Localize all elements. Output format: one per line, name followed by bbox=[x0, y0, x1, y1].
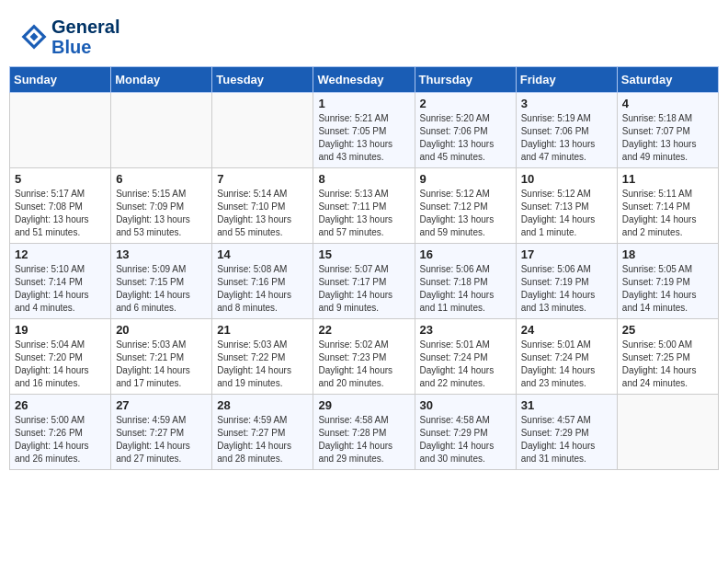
day-number: 9 bbox=[420, 172, 511, 186]
calendar-cell: 11Sunrise: 5:11 AM Sunset: 7:14 PM Dayli… bbox=[617, 168, 718, 244]
calendar-cell: 1Sunrise: 5:21 AM Sunset: 7:05 PM Daylig… bbox=[313, 93, 415, 168]
day-number: 10 bbox=[521, 172, 612, 186]
calendar-cell: 4Sunrise: 5:18 AM Sunset: 7:07 PM Daylig… bbox=[617, 93, 718, 168]
calendar-cell: 15Sunrise: 5:07 AM Sunset: 7:17 PM Dayli… bbox=[313, 244, 415, 319]
day-info: Sunrise: 5:01 AM Sunset: 7:24 PM Dayligh… bbox=[420, 339, 511, 390]
weekday-header-thursday: Thursday bbox=[415, 67, 516, 93]
weekday-header-row: SundayMondayTuesdayWednesdayThursdayFrid… bbox=[10, 67, 719, 93]
day-info: Sunrise: 5:02 AM Sunset: 7:23 PM Dayligh… bbox=[318, 339, 409, 390]
day-info: Sunrise: 5:13 AM Sunset: 7:11 PM Dayligh… bbox=[318, 188, 409, 239]
day-info: Sunrise: 5:04 AM Sunset: 7:20 PM Dayligh… bbox=[15, 339, 106, 390]
calendar-cell: 18Sunrise: 5:05 AM Sunset: 7:19 PM Dayli… bbox=[617, 244, 718, 319]
day-info: Sunrise: 5:11 AM Sunset: 7:14 PM Dayligh… bbox=[622, 188, 713, 239]
day-info: Sunrise: 5:10 AM Sunset: 7:14 PM Dayligh… bbox=[15, 263, 106, 315]
weekday-header-sunday: Sunday bbox=[10, 67, 111, 93]
day-number: 15 bbox=[318, 247, 409, 261]
calendar-cell: 10Sunrise: 5:12 AM Sunset: 7:13 PM Dayli… bbox=[516, 168, 617, 244]
calendar-cell: 31Sunrise: 4:57 AM Sunset: 7:29 PM Dayli… bbox=[516, 395, 617, 470]
day-number: 27 bbox=[116, 398, 207, 412]
calendar-cell: 17Sunrise: 5:06 AM Sunset: 7:19 PM Dayli… bbox=[516, 244, 617, 319]
calendar-cell: 7Sunrise: 5:14 AM Sunset: 7:10 PM Daylig… bbox=[212, 168, 313, 244]
calendar-cell: 12Sunrise: 5:10 AM Sunset: 7:14 PM Dayli… bbox=[10, 244, 111, 319]
day-number: 24 bbox=[521, 323, 612, 337]
calendar-cell: 27Sunrise: 4:59 AM Sunset: 7:27 PM Dayli… bbox=[111, 395, 212, 470]
calendar-cell: 25Sunrise: 5:00 AM Sunset: 7:25 PM Dayli… bbox=[617, 319, 718, 395]
day-info: Sunrise: 5:01 AM Sunset: 7:24 PM Dayligh… bbox=[521, 339, 612, 390]
calendar-cell: 29Sunrise: 4:58 AM Sunset: 7:28 PM Dayli… bbox=[313, 395, 415, 470]
day-number: 1 bbox=[318, 97, 409, 110]
day-number: 5 bbox=[15, 172, 106, 186]
day-info: Sunrise: 5:09 AM Sunset: 7:15 PM Dayligh… bbox=[116, 263, 207, 315]
day-number: 13 bbox=[116, 247, 207, 261]
day-info: Sunrise: 5:15 AM Sunset: 7:09 PM Dayligh… bbox=[116, 188, 207, 239]
day-number: 20 bbox=[116, 323, 207, 337]
day-number: 30 bbox=[420, 398, 511, 412]
calendar-cell: 5Sunrise: 5:17 AM Sunset: 7:08 PM Daylig… bbox=[10, 168, 111, 244]
calendar-cell: 19Sunrise: 5:04 AM Sunset: 7:20 PM Dayli… bbox=[10, 319, 111, 395]
day-info: Sunrise: 5:21 AM Sunset: 7:05 PM Dayligh… bbox=[318, 112, 409, 164]
calendar-week-row: 19Sunrise: 5:04 AM Sunset: 7:20 PM Dayli… bbox=[10, 319, 719, 395]
logo-icon bbox=[20, 23, 48, 51]
page-header: General Blue bbox=[9, 9, 719, 61]
day-info: Sunrise: 5:05 AM Sunset: 7:19 PM Dayligh… bbox=[622, 263, 713, 315]
day-number: 11 bbox=[622, 172, 713, 186]
day-info: Sunrise: 4:59 AM Sunset: 7:27 PM Dayligh… bbox=[217, 414, 308, 465]
day-number: 18 bbox=[622, 247, 713, 261]
calendar-cell: 13Sunrise: 5:09 AM Sunset: 7:15 PM Dayli… bbox=[111, 244, 212, 319]
calendar-cell bbox=[212, 93, 313, 168]
day-number: 3 bbox=[521, 97, 612, 110]
calendar-cell: 2Sunrise: 5:20 AM Sunset: 7:06 PM Daylig… bbox=[415, 93, 516, 168]
day-info: Sunrise: 5:00 AM Sunset: 7:25 PM Dayligh… bbox=[622, 339, 713, 390]
day-info: Sunrise: 4:58 AM Sunset: 7:28 PM Dayligh… bbox=[318, 414, 409, 465]
weekday-header-tuesday: Tuesday bbox=[212, 67, 313, 93]
calendar-cell: 20Sunrise: 5:03 AM Sunset: 7:21 PM Dayli… bbox=[111, 319, 212, 395]
calendar-cell: 3Sunrise: 5:19 AM Sunset: 7:06 PM Daylig… bbox=[516, 93, 617, 168]
day-info: Sunrise: 5:06 AM Sunset: 7:19 PM Dayligh… bbox=[521, 263, 612, 315]
calendar-cell: 9Sunrise: 5:12 AM Sunset: 7:12 PM Daylig… bbox=[415, 168, 516, 244]
day-number: 14 bbox=[217, 247, 308, 261]
day-info: Sunrise: 4:58 AM Sunset: 7:29 PM Dayligh… bbox=[420, 414, 511, 465]
day-number: 4 bbox=[622, 97, 713, 110]
logo-text: General Blue bbox=[51, 17, 119, 57]
day-info: Sunrise: 5:14 AM Sunset: 7:10 PM Dayligh… bbox=[217, 188, 308, 239]
calendar-cell: 23Sunrise: 5:01 AM Sunset: 7:24 PM Dayli… bbox=[415, 319, 516, 395]
calendar-cell: 14Sunrise: 5:08 AM Sunset: 7:16 PM Dayli… bbox=[212, 244, 313, 319]
day-number: 28 bbox=[217, 398, 308, 412]
day-info: Sunrise: 5:12 AM Sunset: 7:12 PM Dayligh… bbox=[420, 188, 511, 239]
day-number: 19 bbox=[15, 323, 106, 337]
day-info: Sunrise: 5:20 AM Sunset: 7:06 PM Dayligh… bbox=[420, 112, 511, 164]
calendar-cell: 24Sunrise: 5:01 AM Sunset: 7:24 PM Dayli… bbox=[516, 319, 617, 395]
day-number: 6 bbox=[116, 172, 207, 186]
day-number: 8 bbox=[318, 172, 409, 186]
weekday-header-friday: Friday bbox=[516, 67, 617, 93]
calendar-cell: 22Sunrise: 5:02 AM Sunset: 7:23 PM Dayli… bbox=[313, 319, 415, 395]
day-info: Sunrise: 5:19 AM Sunset: 7:06 PM Dayligh… bbox=[521, 112, 612, 164]
day-number: 16 bbox=[420, 247, 511, 261]
calendar-week-row: 5Sunrise: 5:17 AM Sunset: 7:08 PM Daylig… bbox=[10, 168, 719, 244]
calendar-table: SundayMondayTuesdayWednesdayThursdayFrid… bbox=[9, 66, 719, 470]
calendar-week-row: 1Sunrise: 5:21 AM Sunset: 7:05 PM Daylig… bbox=[10, 93, 719, 168]
day-info: Sunrise: 5:03 AM Sunset: 7:21 PM Dayligh… bbox=[116, 339, 207, 390]
day-number: 31 bbox=[521, 398, 612, 412]
calendar-cell: 21Sunrise: 5:03 AM Sunset: 7:22 PM Dayli… bbox=[212, 319, 313, 395]
day-info: Sunrise: 5:00 AM Sunset: 7:26 PM Dayligh… bbox=[15, 414, 106, 465]
day-number: 21 bbox=[217, 323, 308, 337]
calendar-cell: 8Sunrise: 5:13 AM Sunset: 7:11 PM Daylig… bbox=[313, 168, 415, 244]
day-info: Sunrise: 5:07 AM Sunset: 7:17 PM Dayligh… bbox=[318, 263, 409, 315]
day-number: 12 bbox=[15, 247, 106, 261]
weekday-header-wednesday: Wednesday bbox=[313, 67, 415, 93]
day-info: Sunrise: 5:18 AM Sunset: 7:07 PM Dayligh… bbox=[622, 112, 713, 164]
calendar-cell bbox=[10, 93, 111, 168]
day-number: 17 bbox=[521, 247, 612, 261]
logo: General Blue bbox=[18, 17, 119, 57]
day-number: 2 bbox=[420, 97, 511, 110]
day-info: Sunrise: 5:12 AM Sunset: 7:13 PM Dayligh… bbox=[521, 188, 612, 239]
calendar-cell bbox=[111, 93, 212, 168]
weekday-header-monday: Monday bbox=[111, 67, 212, 93]
day-info: Sunrise: 4:59 AM Sunset: 7:27 PM Dayligh… bbox=[116, 414, 207, 465]
day-number: 22 bbox=[318, 323, 409, 337]
calendar-cell bbox=[617, 395, 718, 470]
day-number: 29 bbox=[318, 398, 409, 412]
calendar-cell: 26Sunrise: 5:00 AM Sunset: 7:26 PM Dayli… bbox=[10, 395, 111, 470]
day-info: Sunrise: 5:03 AM Sunset: 7:22 PM Dayligh… bbox=[217, 339, 308, 390]
